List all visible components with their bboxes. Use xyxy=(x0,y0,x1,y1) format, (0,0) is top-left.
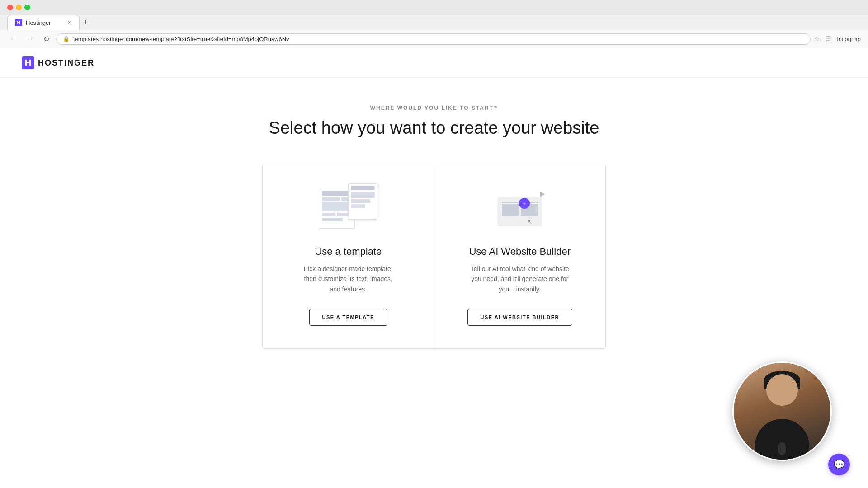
page-main-title: Select how you want to create your websi… xyxy=(269,118,599,138)
template-sec-block xyxy=(351,204,365,208)
minimize-window-button[interactable] xyxy=(16,5,22,10)
template-illustration xyxy=(319,183,377,233)
template-block-wide xyxy=(322,202,352,211)
tab-close-button[interactable]: ✕ xyxy=(67,19,72,26)
close-window-button[interactable] xyxy=(7,5,13,10)
use-template-button[interactable]: USE A TEMPLATE xyxy=(309,309,387,326)
template-sec-block xyxy=(351,199,370,203)
address-bar[interactable]: 🔒 templates.hostinger.com/new-template?f… xyxy=(56,33,811,45)
person-body xyxy=(755,419,809,460)
main-content: WHERE WOULD YOU LIKE TO START? Select ho… xyxy=(0,78,868,349)
lock-icon: 🔒 xyxy=(63,36,70,42)
traffic-lights xyxy=(7,5,30,10)
template-block xyxy=(322,213,335,216)
active-tab[interactable]: Hostinger ✕ xyxy=(7,15,80,30)
profile-icon[interactable]: ☰ xyxy=(826,35,831,42)
maximize-window-button[interactable] xyxy=(24,5,30,10)
back-button[interactable]: ← xyxy=(7,33,20,45)
ai-rect-left xyxy=(502,204,519,216)
template-sec-block xyxy=(351,192,375,198)
template-page-mockup-secondary xyxy=(348,183,377,220)
ai-option-card: + Use AI Website Builder Tell our AI too… xyxy=(434,165,606,348)
url-text: templates.hostinger.com/new-template?fir… xyxy=(73,36,804,42)
ai-illustration: + xyxy=(488,183,552,233)
address-bar-row: ← → ↻ 🔒 templates.hostinger.com/new-temp… xyxy=(0,30,868,48)
template-option-card: Use a template Pick a designer-made temp… xyxy=(263,165,434,348)
use-ai-builder-button[interactable]: USE AI WEBSITE BUILDER xyxy=(467,309,572,326)
template-block xyxy=(322,218,343,221)
ai-play-icon xyxy=(540,192,545,197)
hostinger-logo-icon xyxy=(22,56,34,69)
video-overlay xyxy=(732,361,832,461)
template-option-description: Pick a designer-made template, then cust… xyxy=(298,264,398,294)
person-mic xyxy=(778,442,786,455)
chat-icon: 💬 xyxy=(834,459,845,470)
ai-plus-badge: + xyxy=(519,198,530,209)
title-bar xyxy=(0,0,868,15)
template-row-1 xyxy=(322,197,352,201)
forward-button[interactable]: → xyxy=(24,33,36,45)
tab-title: Hostinger xyxy=(26,19,51,26)
template-option-title: Use a template xyxy=(315,246,382,258)
browser-chrome: Hostinger ✕ + ← → ↻ 🔒 templates.hostinge… xyxy=(0,0,868,48)
template-header-bar xyxy=(322,191,352,196)
ai-option-description: Tell our AI tool what kind of website yo… xyxy=(470,264,570,294)
browser-right-controls: ☆ ☰ Incognito xyxy=(814,35,861,42)
template-row-3 xyxy=(322,213,352,216)
page-subtitle: WHERE WOULD YOU LIKE TO START? xyxy=(370,105,498,111)
ai-dot-1 xyxy=(528,220,530,222)
video-person xyxy=(734,363,830,460)
template-block xyxy=(322,197,340,201)
tab-favicon xyxy=(15,19,22,26)
options-container: Use a template Pick a designer-made temp… xyxy=(262,165,606,349)
refresh-button[interactable]: ↻ xyxy=(40,33,52,45)
template-row-2 xyxy=(322,202,352,211)
chat-widget-button[interactable]: 💬 xyxy=(828,454,850,475)
new-tab-button[interactable]: + xyxy=(83,18,88,27)
template-sec-header xyxy=(351,186,375,190)
logo: HOSTINGER xyxy=(22,56,846,69)
person-head xyxy=(766,374,798,406)
page-content: HOSTINGER WHERE WOULD YOU LIKE TO START?… xyxy=(0,48,868,349)
site-header: HOSTINGER xyxy=(0,48,868,78)
incognito-label: Incognito xyxy=(837,36,861,42)
ai-option-title: Use AI Website Builder xyxy=(469,246,571,258)
logo-text: HOSTINGER xyxy=(38,58,94,68)
ai-plus-icon: + xyxy=(522,200,526,207)
template-row-4 xyxy=(322,218,352,221)
bookmark-icon[interactable]: ☆ xyxy=(814,35,820,42)
tab-bar: Hostinger ✕ + xyxy=(0,15,868,30)
